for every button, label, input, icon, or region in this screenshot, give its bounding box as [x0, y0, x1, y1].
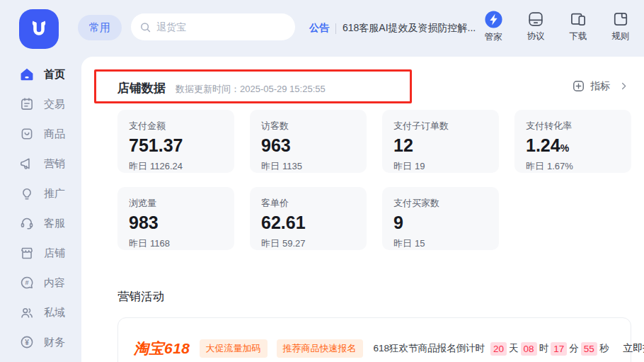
marketing-banner-618[interactable]: 淘宝618 大促流量加码 推荐商品快速报名 618狂欢节商品报名倒计时 20 天… [117, 317, 631, 362]
manager-bolt-icon [484, 10, 503, 29]
sidebar-item-finance[interactable]: ¥ 财务 [0, 327, 81, 357]
countdown-minutes: 17 [551, 342, 567, 356]
banner-tag: 推荐商品快速报名 [277, 339, 363, 358]
search-input[interactable] [156, 21, 270, 33]
countdown-days: 20 [490, 342, 507, 356]
metric-yesterday: 昨日19 [393, 160, 488, 173]
metric-card-paying-buyers[interactable]: 支付买家数 9 昨日15 [382, 187, 499, 250]
svg-text:#: # [25, 279, 28, 286]
announcement-text[interactable]: 618客服AI提效及资损防控解... [343, 22, 476, 35]
finance-icon: ¥ [19, 334, 35, 350]
content-icon: # [19, 275, 35, 290]
top-icon-label: 管家 [485, 31, 502, 43]
metric-yesterday: 昨日15 [393, 237, 488, 250]
metric-card-sub-orders[interactable]: 支付子订单数 12 昨日19 [382, 110, 499, 173]
signup-now-link[interactable]: 立即报名 [623, 342, 644, 355]
sidebar-item-label: 客服 [44, 217, 65, 230]
top-icon-rules[interactable]: 规则 [606, 10, 635, 43]
taobao-618-logo: 淘宝618 [134, 339, 190, 358]
bull-icon [27, 16, 51, 43]
svg-text:¥: ¥ [25, 339, 29, 346]
sidebar-item-label: 推广 [44, 187, 65, 200]
metrics-grid: 支付金额 751.37 昨日1126.24 访客数 963 昨日1135 支付子… [117, 110, 631, 250]
metric-value: 751.37 [129, 136, 223, 156]
metric-yesterday: 昨日1135 [261, 160, 355, 173]
sidebar-item-label: 商品 [44, 128, 65, 141]
service-icon [19, 215, 35, 231]
metric-label: 支付子订单数 [393, 120, 488, 132]
divider [335, 23, 336, 34]
metric-value: 12 [393, 136, 488, 156]
sidebar-item-private-domain[interactable]: 私域 [0, 298, 81, 327]
metric-label: 支付买家数 [393, 197, 488, 210]
trade-icon [19, 96, 35, 112]
metric-label: 客单价 [261, 197, 355, 210]
metric-card-page-views[interactable]: 浏览量 983 昨日1168 [117, 187, 234, 250]
sidebar-item-label: 私域 [44, 306, 65, 319]
countdown-seconds: 55 [581, 342, 597, 356]
agreement-icon [527, 10, 545, 28]
topbar: 常用 公告 618客服AI提效及资损防控解... 管家 [0, 0, 644, 57]
metric-value: 963 [261, 136, 355, 156]
page-title: 店铺数据 [117, 80, 166, 96]
page-header: 店铺数据 数据更新时间：2025-05-29 15:25:55 [117, 80, 326, 96]
shop-icon [19, 245, 35, 261]
metric-card-visitors[interactable]: 访客数 963 昨日1135 [250, 110, 367, 173]
sidebar-item-promotion[interactable]: 推广 [0, 179, 81, 208]
metric-yesterday: 昨日59.27 [261, 237, 355, 250]
countdown-label: 618狂欢节商品报名倒计时 [374, 342, 485, 355]
metric-value: 62.61 [261, 213, 355, 233]
top-icon-label: 协议 [527, 30, 545, 43]
quick-access-button[interactable]: 常用 [78, 15, 122, 40]
sidebar-item-content[interactable]: # 内容 [0, 268, 81, 298]
metric-value: 983 [129, 213, 223, 233]
sidebar-item-marketing[interactable]: 营销 [0, 149, 81, 179]
top-icon-manager[interactable]: 管家 [479, 10, 507, 43]
sidebar-item-goods[interactable]: 商品 [0, 119, 81, 149]
sidebar-item-label: 财务 [44, 336, 65, 349]
sidebar-item-label: 店铺 [44, 247, 65, 260]
top-icon-download[interactable]: 下载 [564, 10, 592, 43]
countdown: 20 天 08 时 17 分 55 秒 [490, 342, 611, 356]
announcement-label[interactable]: 公告 [309, 22, 329, 35]
countdown-hours: 08 [521, 342, 537, 356]
marketing-icon [19, 156, 35, 171]
metric-label: 支付转化率 [526, 120, 620, 132]
search-box[interactable] [131, 13, 295, 40]
banner-tag: 大促流量加码 [200, 339, 268, 358]
sidebar-item-shop[interactable]: 店铺 [0, 238, 81, 268]
download-icon [569, 10, 587, 28]
sidebar-item-home[interactable]: 首页 [0, 60, 81, 89]
main-panel: 店铺数据 数据更新时间：2025-05-29 15:25:55 指标 支付金额 … [81, 57, 644, 362]
sidebar-item-trade[interactable]: 交易 [0, 89, 81, 119]
metric-config-label: 指标 [590, 80, 610, 93]
rules-icon [611, 10, 630, 28]
top-icon-agreement[interactable]: 协议 [522, 10, 550, 43]
metric-config-button[interactable]: 指标 [572, 79, 628, 93]
metric-yesterday: 昨日1168 [129, 237, 223, 250]
metric-card-avg-order-value[interactable]: 客单价 62.61 昨日59.27 [250, 187, 367, 250]
metric-card-conversion-rate[interactable]: 支付转化率 1.24% 昨日1.67% [514, 110, 631, 173]
metric-value: 9 [393, 213, 488, 233]
chevron-right-icon [619, 81, 628, 91]
metric-yesterday: 昨日1126.24 [129, 160, 223, 173]
marketing-section-title: 营销活动 [117, 289, 164, 305]
data-update-time: 数据更新时间：2025-05-29 15:25:55 [176, 83, 326, 96]
topbar-icon-group: 管家 协议 下载 [479, 10, 635, 43]
metric-card-pay-amount[interactable]: 支付金额 751.37 昨日1126.24 [117, 110, 234, 173]
sidebar: 首页 交易 商品 营销 [0, 60, 81, 362]
promotion-icon [19, 186, 35, 201]
metric-yesterday: 昨日1.67% [526, 160, 620, 173]
qianniu-dashboard: { "colors": { "accent_blue": "#3D5BF5", … [0, 0, 644, 362]
quick-access-label: 常用 [89, 21, 110, 35]
metric-value: 1.24% [526, 136, 620, 156]
sidebar-item-label: 首页 [44, 68, 65, 81]
metric-label: 浏览量 [129, 197, 223, 210]
qianniu-logo[interactable] [19, 9, 59, 49]
sidebar-item-customer-service[interactable]: 客服 [0, 208, 81, 238]
sidebar-item-label: 内容 [44, 276, 65, 290]
private-domain-icon [19, 305, 35, 320]
metric-label: 访客数 [261, 120, 355, 132]
plus-square-icon [572, 79, 585, 93]
search-icon [139, 21, 151, 33]
